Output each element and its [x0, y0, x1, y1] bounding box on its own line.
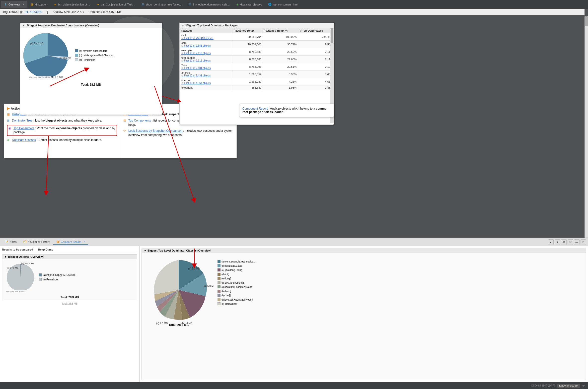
- toolbar-maximize-btn[interactable]: □: [581, 239, 586, 245]
- packages-row-6: internal⊞ First 10 of 4,564 objects1,265…: [180, 78, 334, 85]
- pkg-retained-7: 586,680: [233, 85, 263, 90]
- tab-histogram[interactable]: ▦ Histogram: [27, 1, 50, 8]
- toolbar-down-btn[interactable]: ▼: [555, 239, 560, 245]
- memory-status: 555M of 1024M: [557, 384, 580, 388]
- tab-overview[interactable]: ℹ Overview ✕: [1, 1, 27, 8]
- pkg-dominators-2: 2,112: [298, 48, 334, 56]
- workspace: int[113964] @ 0x758c3000 | Shallow Size:…: [0, 9, 588, 238]
- legend-a-dom: (a) com.example.test_malloc....: [218, 260, 256, 263]
- pkg-link-0[interactable]: ⊞ First 10 of 235,468 objects: [181, 37, 231, 40]
- legend-item-a: (a) <system class loader>: [75, 49, 115, 52]
- tab-list-objects[interactable]: ≡ list_objects [selection of ...: [51, 1, 93, 8]
- pkg-link-5[interactable]: ⊞ First 10 of 7,431 objects: [181, 74, 231, 77]
- action-top-consumers: ◉ Top Consumers : Print the most expensi…: [7, 125, 117, 136]
- packages-row-0: <all>⊞ First 10 of 235,468 objects29,662…: [180, 33, 334, 41]
- report-components-link[interactable]: Top Components: [128, 119, 151, 122]
- pkg-pct-1: 35.74%: [263, 41, 298, 48]
- component-report-link[interactable]: Component Report: [242, 107, 268, 110]
- heap-dump-header: Heap Dump: [38, 248, 53, 251]
- pkg-link-3[interactable]: ⊞ First 10 of 2,112 objects: [181, 59, 231, 62]
- legend-e-dom: (e) long[]: [218, 277, 256, 280]
- svg-text:(b) 6.9 MB: (b) 6.9 MB: [204, 285, 214, 287]
- pkg-pct-3: 29.60%: [263, 56, 298, 63]
- legend-a-biggest: (a) int[113964] @ 0x758c3000: [39, 273, 76, 276]
- biggest-objects-pie: (b) 27.9 MB (a) 445.2 KB Pie chart with …: [4, 261, 37, 294]
- pkg-dominators-7: 2,886: [298, 85, 334, 90]
- bottom-total-label: Total: 28.3 MB: [2, 301, 137, 306]
- svg-line-5: [162, 96, 179, 101]
- pkg-link-4[interactable]: ⊞ First 10 of 2,101 objects: [181, 67, 231, 69]
- pkg-link-6[interactable]: ⊞ First 10 of 4,564 objects: [181, 82, 231, 84]
- legend-c-dom: (c) java.lang.String: [218, 268, 256, 271]
- legend-color-b: [75, 54, 78, 57]
- toggle-packages[interactable]: ▼: [182, 24, 184, 27]
- packages-row-1: com⊞ First 10 of 9,581 objects10,601,000…: [180, 41, 334, 48]
- info-bar: int[113964] @ 0x758c3000 | Shallow Size:…: [0, 9, 585, 15]
- toolbar-up-btn[interactable]: ▲: [548, 239, 554, 245]
- pkg-retained-4: 8,753,096: [233, 63, 263, 70]
- tab-close-overview[interactable]: ✕: [22, 3, 24, 6]
- pkg-dominators-1: 9,581: [298, 41, 334, 48]
- pkg-link-1[interactable]: ⊞ First 10 of 9,581 objects: [181, 44, 231, 47]
- tab-show-dominator[interactable]: ⊞ show_dominator_tree [selec...: [138, 1, 185, 8]
- dup-icon: ◈: [236, 3, 239, 6]
- legend-color-a-biggest: [39, 273, 42, 276]
- dominator-classes-content: (a) 8.3 MB (b) 6.9 MB (c) 4.5 MB (d) 1.8…: [142, 253, 586, 327]
- workspace-scrollbar[interactable]: [585, 16, 588, 238]
- legend-h-dom: (h) byte[]: [218, 290, 256, 293]
- packages-row-2: example⊞ First 10 of 2,112 objects8,780,…: [180, 48, 334, 56]
- leaksnapshot-icon: ⟳: [123, 129, 127, 133]
- bottom-tab-compare-basket[interactable]: 🧺 Compare Basket ✕: [53, 239, 88, 245]
- globe-icon: 🌐: [268, 3, 272, 6]
- legend-b-biggest: (b) Remainder: [39, 278, 76, 281]
- legend-color-k-dom: [218, 302, 220, 305]
- gc-button[interactable]: 🗑: [582, 384, 585, 387]
- classloaders-card: ▼ Biggest Top-Level Dominator Class Load…: [20, 23, 162, 115]
- legend-item-c: (c) Remainder: [75, 58, 115, 61]
- packages-row-4: Task⊞ First 10 of 2,101 objects8,753,096…: [180, 63, 334, 70]
- tree2-icon: ⊟: [188, 3, 192, 6]
- pkg-name-4: Task⊞ First 10 of 2,101 objects: [180, 63, 233, 70]
- legend-f-dom: (f) java.lang.Object[]: [218, 281, 256, 284]
- main-area: int[113964] @ 0x758c3000 | Shallow Size:…: [0, 9, 588, 389]
- classloaders-pie-chart: (a) 19.2 MB (b) 9.1 MB (c) 56.6 KB: [23, 31, 73, 80]
- toggle-biggest[interactable]: ▼: [4, 255, 7, 258]
- bottom-tab-notes[interactable]: 📝 Notes: [2, 239, 20, 245]
- tab-immediate-dominators[interactable]: ⊟ immediate_dominators [sele...: [186, 1, 232, 8]
- report-snapshot-link[interactable]: Leak Suspects by Snapshot Comparison: [128, 129, 182, 132]
- bottom-panel: 📝 Notes 🧭 Navigation History 🧺 Compare B…: [0, 238, 588, 382]
- action-top-consumers-link[interactable]: Top Consumers: [13, 127, 34, 130]
- nav-icon: 🧭: [23, 240, 27, 243]
- basket-icon: 🧺: [56, 240, 60, 243]
- legend-color-d-dom: [218, 273, 220, 276]
- biggest-objects-card: ▼ Biggest Objects (Overview) (b) 27.9 MB: [2, 254, 137, 300]
- basket-close[interactable]: ✕: [83, 240, 85, 243]
- pkg-link-2[interactable]: ⊞ First 10 of 2,112 objects: [181, 52, 231, 55]
- biggest-objects-total: Total: 28.3 MB: [2, 296, 137, 300]
- tab-path2gc[interactable]: ⇒ path2gc [selection of 'Task...: [93, 1, 138, 8]
- tab-top-consumers[interactable]: 🌐 top_consumers_html: [265, 1, 301, 8]
- svg-text:(b) 27.9 MB: (b) 27.9 MB: [7, 267, 18, 269]
- notes-icon: 📝: [5, 240, 8, 243]
- pkg-retained-3: 8,780,680: [233, 56, 263, 63]
- dominator-classes-panel: ▼ Biggest Top-Level Dominator Classes (O…: [140, 246, 588, 382]
- action-dominator-link[interactable]: Dominator Tree: [12, 119, 33, 122]
- action-duplicate-link[interactable]: Duplicate Classes: [12, 138, 36, 142]
- toolbar-minimize-btn[interactable]: —: [574, 239, 580, 245]
- component-report-card: Component Report : Analyze objects which…: [239, 104, 334, 117]
- pkg-dominators-3: 2,112: [298, 56, 334, 63]
- tab-duplicate-classes[interactable]: ◈ duplicate_classes: [233, 1, 265, 8]
- legend-color-i-dom: [218, 294, 220, 297]
- toggle-classloaders[interactable]: ▼: [22, 24, 25, 27]
- results-header: Results to be compared: [2, 248, 33, 251]
- toggle-domclasses[interactable]: ▼: [144, 249, 147, 252]
- packages-card-header: ▼ Biggest Top-Level Dominator Packages: [180, 23, 334, 28]
- toolbar-delete-btn[interactable]: ✕: [561, 239, 567, 245]
- action-dominator: ⊞ Dominator Tree : List the biggest obje…: [7, 119, 117, 123]
- pkg-pct-7: 1.98%: [263, 85, 298, 90]
- bottom-tab-nav-history[interactable]: 🧭 Navigation History: [20, 239, 53, 245]
- report-snapshot: ⟳ Leak Suspects by Snapshot Comparison :…: [123, 129, 233, 137]
- legend-color-c-dom: [218, 268, 220, 271]
- toolbar-copy-btn[interactable]: ⊟: [568, 239, 573, 245]
- legend-color-a: [75, 49, 78, 52]
